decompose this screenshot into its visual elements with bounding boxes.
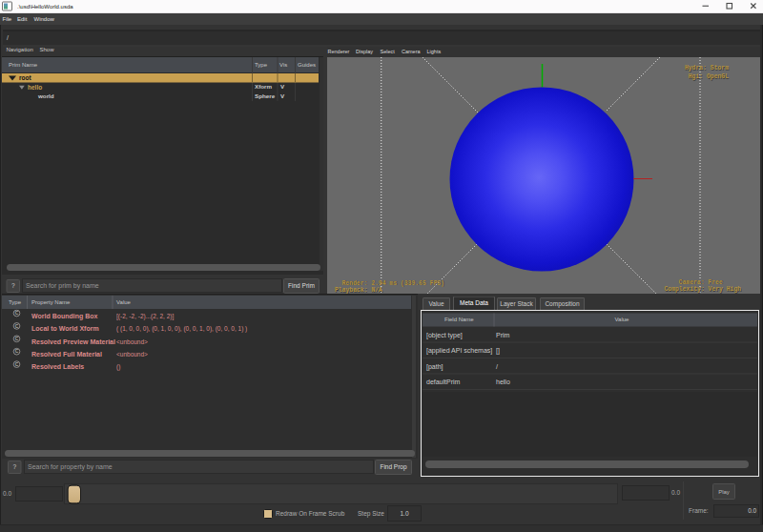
svg-text:C: C — [15, 310, 19, 316]
svg-text:C: C — [15, 348, 19, 354]
svg-text:C: C — [15, 336, 19, 341]
svg-text:C: C — [15, 361, 19, 367]
svg-text:C: C — [15, 323, 19, 329]
